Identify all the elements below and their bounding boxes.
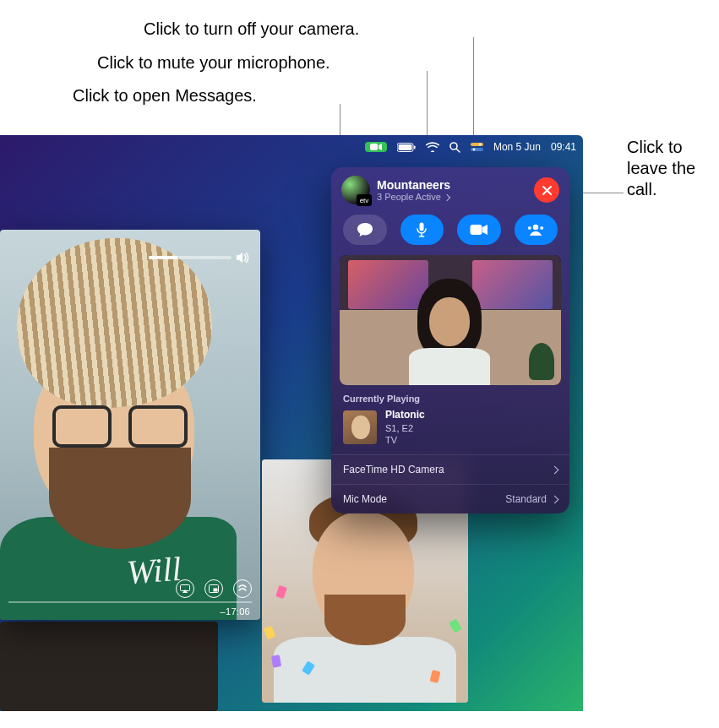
svg-point-18 — [528, 226, 531, 230]
microphone-icon — [416, 222, 428, 237]
svg-rect-15 — [420, 223, 424, 231]
speaker-icon — [237, 252, 250, 263]
currently-playing-label: Currently Playing — [331, 394, 569, 409]
control-center-icon[interactable] — [471, 143, 483, 151]
wifi-icon[interactable] — [426, 142, 439, 152]
menubar-time[interactable]: 09:41 — [551, 141, 576, 153]
svg-point-19 — [540, 226, 543, 230]
group-header[interactable]: Mountaneers 3 People Active — [377, 178, 527, 202]
svg-rect-2 — [398, 144, 411, 150]
menu-bar: Mon 5 Jun 09:41 — [358, 135, 583, 159]
now-playing-source: TV — [385, 434, 425, 446]
shareplay-icon — [526, 223, 545, 236]
video-frame: Will — [0, 230, 260, 620]
facetime-status-icon[interactable] — [365, 142, 387, 152]
battery-icon[interactable] — [397, 143, 416, 152]
callout-mic: Click to mute your microphone. — [97, 52, 330, 73]
camera-toggle-button[interactable] — [457, 215, 501, 245]
spotlight-icon[interactable] — [449, 142, 460, 153]
callout-leave: Click to leave the call. — [627, 137, 711, 200]
time-remaining: –17:06 — [221, 606, 250, 617]
seek-bar[interactable] — [8, 601, 252, 603]
video-signature: Will — [125, 549, 182, 592]
facetime-panel: étv Mountaneers 3 People Active — [331, 167, 569, 513]
svg-rect-7 — [471, 148, 483, 151]
svg-rect-3 — [414, 145, 416, 149]
svg-point-17 — [533, 225, 538, 230]
airplay-button[interactable] — [176, 579, 194, 598]
svg-rect-0 — [370, 144, 378, 150]
tv-app-badge: étv — [357, 194, 372, 206]
volume-slider[interactable] — [149, 248, 250, 267]
leave-call-button[interactable] — [534, 177, 559, 203]
screenshot-area: Mon 5 Jun 09:41 Will –17:06 — [0, 135, 583, 711]
svg-rect-16 — [470, 225, 482, 235]
now-playing-subtitle: S1, E2 — [385, 422, 425, 434]
captions-button[interactable] — [233, 579, 252, 598]
chevron-right-icon — [444, 194, 450, 201]
mic-mode-row[interactable]: Mic Mode Standard — [331, 484, 569, 513]
svg-line-5 — [456, 149, 460, 152]
messages-button[interactable] — [343, 215, 387, 245]
group-subtitle: 3 People Active — [377, 192, 441, 202]
mic-mode-label: Mic Mode — [343, 493, 387, 505]
callout-camera: Click to turn off your camera. — [144, 19, 359, 40]
menubar-date[interactable]: Mon 5 Jun — [493, 141, 541, 153]
now-playing-thumbnail — [343, 410, 377, 444]
chevron-right-icon — [551, 465, 559, 474]
callout-messages: Click to open Messages. — [73, 85, 257, 106]
video-icon — [470, 224, 488, 236]
svg-point-8 — [479, 144, 482, 146]
shareplay-button[interactable] — [515, 215, 558, 245]
now-playing-row[interactable]: Platonic S1, E2 TV — [331, 409, 569, 454]
camera-select-row[interactable]: FaceTime HD Camera — [331, 454, 569, 484]
tv-player-window[interactable]: Will –17:06 — [0, 230, 260, 620]
group-avatar[interactable]: étv — [341, 176, 370, 204]
pip-button[interactable] — [204, 579, 223, 598]
svg-rect-12 — [214, 589, 218, 592]
now-playing-title: Platonic — [385, 409, 425, 422]
camera-label: FaceTime HD Camera — [343, 464, 444, 475]
messages-icon — [357, 222, 373, 237]
mic-mode-value: Standard — [505, 493, 547, 505]
group-name: Mountaneers — [377, 178, 527, 192]
background-participant-tile — [0, 622, 218, 711]
self-view[interactable] — [340, 255, 561, 385]
mute-mic-button[interactable] — [400, 215, 444, 245]
svg-rect-6 — [471, 143, 483, 146]
chevron-right-icon — [551, 495, 559, 503]
svg-point-9 — [473, 149, 476, 151]
